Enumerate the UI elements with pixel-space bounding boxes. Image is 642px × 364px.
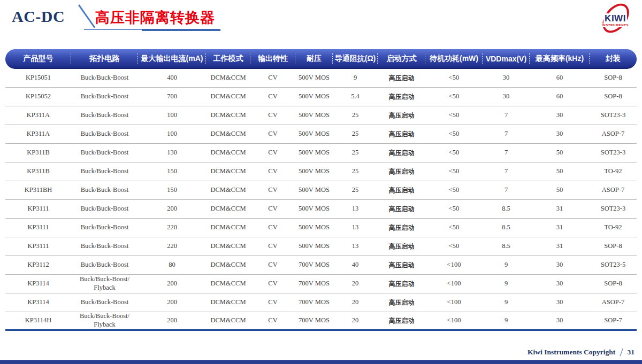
table-cell: 220 [138,219,206,237]
table-cell: 8.5 [483,219,530,237]
title-diagonal-line [78,5,95,28]
table-cell: 7 [483,181,530,200]
table-cell: CV [250,181,295,200]
table-cell: Buck/Buck-Boost [71,106,138,125]
table-cell: 700V MOS [295,293,333,312]
table-cell: 13 [333,219,378,237]
table-cell: 500V MOS [295,88,333,106]
table-cell: CV [250,88,295,106]
table-cell: 7 [483,144,530,162]
table-cell: 50 [530,144,590,162]
table-cell: DCM&CCM [206,181,250,200]
table-cell: Buck/Buck-Boost [71,181,138,200]
table-cell: Buck/Buck-Boost [71,144,138,162]
table-cell: <100 [425,293,483,312]
table-cell: 700V MOS [295,312,333,331]
table-cell: 30 [530,256,590,275]
table-row: KP3111Buck/Buck-Boost200DCM&CCMCV500V MO… [5,200,637,219]
table-cell: 7 [483,106,530,125]
table-cell: KP311A [5,106,71,125]
table-cell: KP311A [5,125,71,144]
table-cell: 50 [530,162,590,181]
table-cell: CV [250,125,295,144]
table-cell: 25 [333,106,378,125]
table-cell: 9 [483,275,530,293]
table-cell: 100 [138,106,206,125]
table-cell: 20 [333,312,378,331]
table-cell: 30 [530,125,590,144]
table-cell: 100 [138,125,206,144]
table-cell: 500V MOS [295,69,333,88]
table-cell: 高压启动 [378,106,425,125]
table-cell: Buck/Buck-Boost [71,69,138,88]
table-cell: 500V MOS [295,200,333,219]
table-cell: 高压启动 [378,125,425,144]
table-cell: <50 [425,162,483,181]
table-cell: Buck/Buck-Boost/ Flyback [71,312,138,331]
table-cell: 40 [333,256,378,275]
table-cell: 30 [483,69,530,88]
table-cell: 30 [530,106,590,125]
table-cell: <50 [425,144,483,162]
table-cell: <100 [425,275,483,293]
table-cell: TO-92 [590,219,637,237]
table-row: KP311ABuck/Buck-Boost100DCM&CCMCV500V MO… [5,125,637,144]
table-cell: 高压启动 [378,144,425,162]
table-cell: KP15052 [5,88,71,106]
table-cell: DCM&CCM [206,256,250,275]
table-cell: 25 [333,144,378,162]
table-cell: KP3111 [5,237,71,256]
table-cell: DCM&CCM [206,125,250,144]
col-header-max-output-current: 最大输出电流(mA) [138,49,206,69]
col-header-product-model: 产品型号 [5,49,71,69]
table-cell: 200 [138,293,206,312]
col-header-output-characteristic: 输出特性 [250,49,295,69]
table-cell: 7 [483,162,530,181]
table-cell: 700V MOS [295,275,333,293]
table-cell: CV [250,200,295,219]
table-cell: 500V MOS [295,144,333,162]
logo-subtitle: INSTRUMENTS [594,24,637,27]
col-header-startup-mode: 启动方式 [378,49,425,69]
table-cell: SOT23-3 [590,144,637,162]
table-cell: 30 [483,88,530,106]
col-header-on-resistance: 导通阻抗(Ω) [333,49,378,69]
table-cell: KP3114 [5,275,71,293]
table-cell: TO-92 [590,162,637,181]
table-cell: <50 [425,200,483,219]
table-cell: 30 [530,293,590,312]
col-header-standby-power: 待机功耗(mW) [425,49,483,69]
table-cell: 5.4 [333,88,378,106]
table-cell: Buck/Buck-Boost [71,200,138,219]
table-cell: DCM&CCM [206,162,250,181]
table-cell: DCM&CCM [206,312,250,331]
table-cell: 700V MOS [295,256,333,275]
table-cell: 130 [138,144,206,162]
table-cell: 高压启动 [378,293,425,312]
table-cell: SOP-8 [590,69,637,88]
table-cell: DCM&CCM [206,69,250,88]
table-cell: 高压启动 [378,162,425,181]
table-cell: 60 [530,88,590,106]
col-header-max-frequency: 最高频率(kHz) [530,49,590,69]
table-cell: CV [250,275,295,293]
table-cell: 60 [530,69,590,88]
table-cell: DCM&CCM [206,293,250,312]
table-cell: KP3112 [5,256,71,275]
table-cell: DCM&CCM [206,237,250,256]
col-header-package: 封装 [590,49,637,69]
product-table: 产品型号 拓扑电路 最大输出电流(mA) 工作模式 输出特性 耐压 导通阻抗(Ω… [5,49,637,331]
table-cell: KP3111 [5,200,71,219]
table-cell: Buck/Buck-Boost [71,125,138,144]
table-row: KP311BHBuck/Buck-Boost150DCM&CCMCV500V M… [5,181,637,200]
table-cell: 高压启动 [378,256,425,275]
table-row: KP311ABuck/Buck-Boost100DCM&CCMCV500V MO… [5,106,637,125]
col-header-topology: 拓扑电路 [71,49,138,69]
table-cell: 200 [138,200,206,219]
table-cell: CV [250,237,295,256]
table-cell: 20 [333,293,378,312]
table-cell: CV [250,106,295,125]
table-cell: DCM&CCM [206,88,250,106]
table-body: KP15051Buck/Buck-Boost400DCM&CCMCV500V M… [5,69,637,331]
table-row: KP3114HBuck/Buck-Boost/ Flyback200DCM&CC… [5,312,637,331]
